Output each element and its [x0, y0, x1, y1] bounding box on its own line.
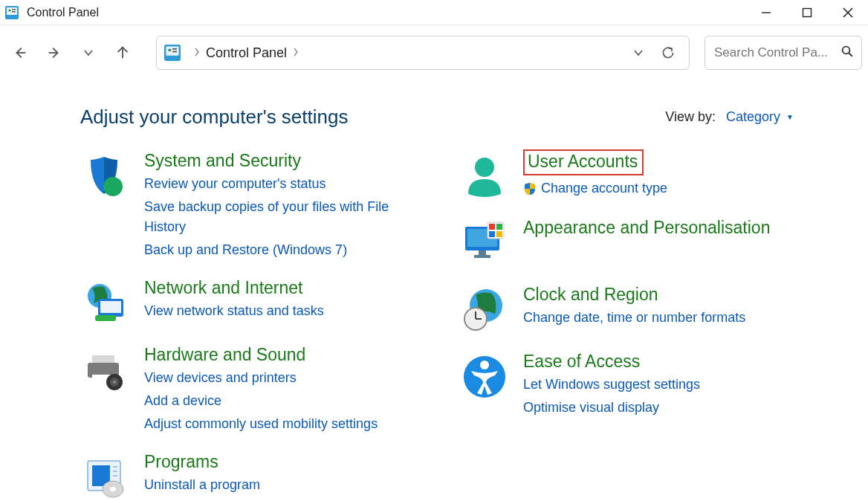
breadcrumb-item[interactable]: Control Panel: [206, 45, 287, 61]
svg-rect-46: [489, 231, 495, 237]
category-title[interactable]: Ease of Access: [523, 352, 809, 372]
up-button[interactable]: [108, 39, 137, 67]
link-date-time-formats[interactable]: Change date, time or number formats: [523, 308, 809, 328]
svg-rect-45: [496, 224, 502, 230]
maximize-button[interactable]: [786, 0, 827, 25]
breadcrumb-separator: [194, 48, 200, 59]
content-header: Adjust your computer's settings View by:…: [80, 80, 868, 151]
category-title[interactable]: Programs: [144, 452, 430, 472]
uac-shield-icon: [523, 182, 537, 195]
svg-line-19: [849, 53, 852, 56]
link-file-history[interactable]: Save backup copies of your files with Fi…: [144, 197, 430, 237]
svg-point-2: [8, 9, 10, 11]
close-button[interactable]: [827, 0, 868, 25]
category-title[interactable]: System and Security: [144, 151, 430, 171]
category-ease-of-access: Ease of Access Let Windows suggest setti…: [459, 352, 809, 418]
refresh-button[interactable]: [653, 38, 683, 68]
svg-rect-23: [100, 301, 121, 313]
view-by-dropdown[interactable]: Category ▼: [726, 109, 794, 125]
svg-rect-41: [479, 250, 486, 255]
link-add-device[interactable]: Add a device: [144, 391, 430, 411]
svg-point-18: [843, 46, 850, 54]
category-title[interactable]: Hardware and Sound: [144, 345, 430, 365]
recent-dropdown[interactable]: [74, 39, 103, 67]
link-review-status[interactable]: Review your computer's status: [144, 174, 430, 194]
category-title[interactable]: Network and Internet: [144, 278, 430, 298]
category-user-accounts: User Accounts: [459, 151, 809, 200]
svg-rect-7: [803, 8, 811, 16]
link-network-status[interactable]: View network status and tasks: [144, 301, 430, 321]
titlebar: Control Panel: [0, 0, 868, 25]
svg-rect-44: [489, 224, 495, 230]
link-label: Change account type: [541, 178, 667, 198]
svg-point-37: [110, 487, 116, 491]
view-by-value: Category: [726, 109, 780, 125]
forward-button[interactable]: [40, 39, 68, 67]
search-box[interactable]: [705, 36, 862, 70]
link-backup-restore[interactable]: Back up and Restore (Windows 7): [144, 240, 430, 260]
search-icon: [841, 45, 854, 62]
nav-toolbar: Control Panel: [0, 25, 868, 80]
link-change-account-type[interactable]: Change account type: [523, 178, 809, 198]
svg-rect-16: [172, 48, 177, 50]
chevron-down-icon: ▼: [786, 113, 794, 121]
search-input[interactable]: [713, 45, 836, 61]
printer-icon: [80, 345, 131, 434]
category-programs: Programs Uninstall a program: [80, 452, 430, 501]
category-title[interactable]: Clock and Region: [523, 285, 809, 305]
svg-point-30: [113, 381, 116, 384]
view-by-label: View by:: [665, 109, 716, 125]
address-bar[interactable]: Control Panel: [156, 36, 690, 70]
back-button[interactable]: [6, 39, 34, 67]
svg-rect-47: [496, 231, 502, 237]
window-title: Control Panel: [27, 6, 99, 19]
svg-rect-3: [12, 9, 16, 10]
user-icon: [459, 151, 510, 200]
globe-icon: [80, 278, 131, 327]
category-system-security: System and Security Review your computer…: [80, 151, 430, 260]
category-hardware-sound: Hardware and Sound View devices and prin…: [80, 345, 430, 434]
monitor-icon: [459, 218, 510, 267]
category-clock-region: Clock and Region Change date, time or nu…: [459, 285, 809, 334]
category-title[interactable]: User Accounts: [523, 149, 644, 175]
link-uninstall-program[interactable]: Uninstall a program: [144, 475, 430, 495]
category-network-internet: Network and Internet View network status…: [80, 278, 430, 327]
control-panel-icon: [163, 43, 182, 62]
link-devices-printers[interactable]: View devices and printers: [144, 368, 430, 388]
link-mobility-settings[interactable]: Adjust commonly used mobility settings: [144, 414, 430, 434]
svg-point-20: [103, 177, 123, 196]
svg-rect-42: [474, 255, 490, 258]
clock-globe-icon: [459, 285, 510, 334]
svg-point-15: [168, 48, 171, 51]
svg-rect-5: [7, 16, 16, 18]
svg-rect-17: [172, 51, 177, 53]
svg-rect-25: [92, 355, 114, 363]
view-by: View by: Category ▼: [665, 109, 794, 125]
page-title: Adjust your computer's settings: [80, 106, 348, 129]
link-optimise-display[interactable]: Optimise visual display: [523, 398, 809, 418]
address-dropdown[interactable]: [624, 38, 653, 68]
link-suggest-settings[interactable]: Let Windows suggest settings: [523, 375, 809, 395]
accessibility-icon: [459, 352, 510, 418]
category-title[interactable]: Appearance and Personalisation: [523, 218, 809, 238]
minimize-button[interactable]: [745, 0, 786, 25]
category-appearance-personalisation: Appearance and Personalisation: [459, 218, 809, 267]
control-panel-icon: [4, 5, 19, 20]
svg-rect-24: [95, 315, 116, 321]
svg-point-38: [475, 158, 494, 177]
svg-point-53: [480, 361, 489, 369]
programs-icon: [80, 452, 131, 501]
breadcrumb-separator: [293, 48, 299, 59]
content-area: Adjust your computer's settings View by:…: [0, 80, 868, 501]
svg-rect-4: [12, 11, 16, 13]
shield-icon: [80, 151, 131, 260]
